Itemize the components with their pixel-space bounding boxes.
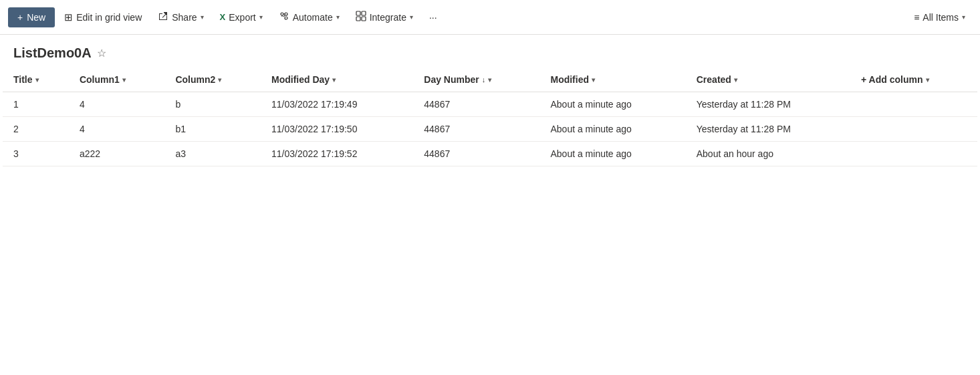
export-chevron: ▾ (259, 13, 263, 21)
svg-rect-6 (362, 17, 366, 21)
list-title: ListDemo0A (13, 45, 92, 61)
share-label: Share (172, 12, 197, 23)
cell-col2[interactable]: b1 (164, 117, 261, 142)
cell-title[interactable]: 1 (3, 92, 69, 117)
svg-rect-5 (356, 17, 360, 21)
automate-icon (279, 11, 289, 23)
cell-col1[interactable]: 4 (69, 92, 165, 117)
more-button[interactable]: ··· (422, 8, 444, 27)
grid-icon: ⊞ (64, 11, 73, 23)
col-header-modified[interactable]: Modified ▾ (539, 68, 685, 92)
all-items-label: All Items (923, 12, 959, 23)
share-button[interactable]: Share ▾ (151, 7, 210, 27)
cell-empty (850, 92, 977, 117)
export-label: Export (229, 12, 255, 23)
created-sort-chevron: ▾ (734, 76, 737, 84)
modified-sort-chevron: ▾ (592, 76, 595, 84)
edit-grid-label: Edit in grid view (76, 12, 142, 23)
title-sort-chevron: ▾ (35, 76, 39, 84)
export-icon: X (220, 12, 226, 22)
edit-grid-view-button[interactable]: ⊞ Edit in grid view (57, 7, 148, 27)
list-table-wrapper: Title ▾ Column1 ▾ Column2 ▾ (0, 68, 980, 166)
col-header-column2[interactable]: Column2 ▾ (164, 68, 261, 92)
all-items-button[interactable]: ≡ All Items ▾ (907, 8, 972, 27)
table-row: 24b111/03/2022 17:19:5044867About a minu… (3, 117, 977, 142)
cell-daynum: 44867 (413, 117, 539, 142)
integrate-icon (356, 11, 366, 23)
col-header-title[interactable]: Title ▾ (3, 68, 69, 92)
plus-icon: + (17, 12, 23, 23)
daynum-sort-arrow: ↓ (482, 76, 486, 84)
automate-label: Automate (293, 12, 333, 23)
col-header-created[interactable]: Created ▾ (686, 68, 850, 92)
col-header-modified-day[interactable]: Modified Day ▾ (261, 68, 413, 92)
col2-sort-chevron: ▾ (218, 76, 221, 84)
cell-modified: About a minute ago (539, 142, 685, 166)
cell-created: About an hour ago (686, 142, 850, 166)
cell-modday[interactable]: 11/03/2022 17:19:50 (261, 117, 413, 142)
toolbar: + New ⊞ Edit in grid view Share ▾ X Expo… (0, 0, 980, 35)
cell-col1: a222 (69, 142, 165, 166)
share-icon (158, 11, 168, 23)
svg-point-2 (285, 13, 287, 15)
cell-title: 2 (3, 117, 69, 142)
all-items-menu-icon: ≡ (914, 12, 919, 23)
svg-point-0 (281, 13, 283, 15)
svg-rect-4 (362, 11, 366, 15)
favorite-star-icon[interactable]: ☆ (97, 47, 106, 59)
table-header-row: Title ▾ Column1 ▾ Column2 ▾ (3, 68, 977, 92)
export-button[interactable]: X Export ▾ (213, 8, 269, 27)
cell-modday[interactable]: 11/03/2022 17:19:52 (261, 142, 413, 166)
automate-button[interactable]: Automate ▾ (272, 7, 346, 27)
integrate-chevron: ▾ (410, 13, 413, 21)
col-header-day-number[interactable]: Day Number ↓ ▾ (413, 68, 539, 92)
automate-chevron: ▾ (336, 13, 340, 21)
col1-sort-chevron: ▾ (122, 76, 126, 84)
integrate-label: Integrate (370, 12, 406, 23)
integrate-button[interactable]: Integrate ▾ (349, 7, 420, 27)
cell-created: Yesterday at 11:28 PM (686, 117, 850, 142)
new-label: New (27, 12, 45, 23)
table-row: 3a222a311/03/2022 17:19:5244867About a m… (3, 142, 977, 166)
svg-rect-3 (356, 11, 360, 15)
cell-modday[interactable]: 11/03/2022 17:19:49 (261, 92, 413, 117)
modday-sort-chevron: ▾ (332, 76, 336, 84)
list-table: Title ▾ Column1 ▾ Column2 ▾ (3, 68, 977, 166)
cell-col2: a3 (164, 142, 261, 166)
add-column-button[interactable]: + Add column ▾ (850, 68, 977, 92)
cell-empty (850, 117, 977, 142)
cell-created: Yesterday at 11:28 PM (686, 92, 850, 117)
all-items-chevron: ▾ (962, 13, 965, 21)
cell-daynum: 44867 (413, 92, 539, 117)
cell-empty (850, 142, 977, 166)
cell-col2[interactable]: b (164, 92, 261, 117)
cell-daynum: 44867 (413, 142, 539, 166)
cell-title: 3 (3, 142, 69, 166)
cell-modified: About a minute ago (539, 117, 685, 142)
table-row: 14b11/03/2022 17:19:4944867About a minut… (3, 92, 977, 117)
add-col-chevron: ▾ (926, 76, 929, 84)
cell-col1[interactable]: 4 (69, 117, 165, 142)
more-icon: ··· (429, 12, 437, 23)
new-button[interactable]: + New (8, 7, 55, 27)
cell-modified: About a minute ago (539, 92, 685, 117)
daynum-sort-chevron: ▾ (488, 76, 491, 84)
share-chevron: ▾ (201, 13, 204, 21)
svg-point-1 (285, 17, 287, 19)
list-title-area: ListDemo0A ☆ (0, 35, 980, 68)
col-header-column1[interactable]: Column1 ▾ (69, 68, 165, 92)
